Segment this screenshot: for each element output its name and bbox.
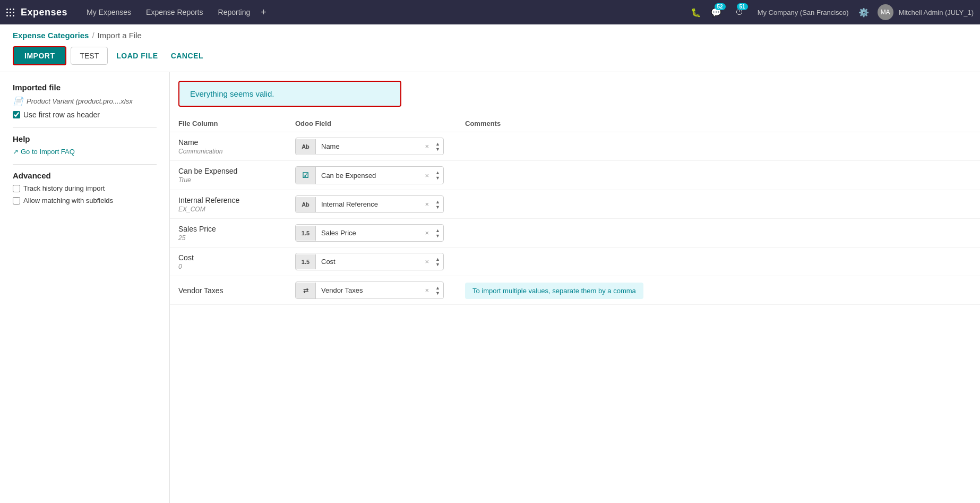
- field-arrows[interactable]: ▲ ▼: [432, 227, 443, 240]
- field-type-icon: 1.5: [296, 226, 316, 241]
- company-name: My Company (San Francisco): [758, 8, 849, 16]
- file-column-cell: Can be Expensed True: [170, 161, 287, 190]
- table-row: Can be Expensed True ☑ Can be Expensed ×…: [170, 161, 980, 190]
- table-row: Vendor Taxes ⇄ Vendor Taxes × ▲ ▼ To imp…: [170, 276, 980, 305]
- apps-grid-icon[interactable]: [6, 8, 14, 16]
- nav-reporting[interactable]: Reporting: [212, 8, 257, 16]
- load-file-button[interactable]: LOAD FILE: [112, 47, 162, 64]
- import-table: File Column Odoo Field Comments Name Com…: [170, 115, 980, 305]
- clear-field-icon[interactable]: ×: [422, 253, 432, 270]
- username: Mitchell Admin (JULY_1): [899, 8, 974, 16]
- field-type-icon: ⇄: [296, 283, 316, 299]
- field-type-icon: ☑: [296, 167, 316, 184]
- arrow-down-icon[interactable]: ▼: [435, 147, 440, 152]
- nav-plus[interactable]: +: [261, 7, 267, 18]
- use-first-row-checkbox[interactable]: [13, 111, 20, 118]
- activity-icon[interactable]: ⏱ 51: [735, 7, 744, 17]
- field-selector[interactable]: Ab Name × ▲ ▼: [295, 138, 444, 155]
- comment-hint: To import multiple values, separate them…: [465, 283, 643, 299]
- track-history-label: Track history during import: [23, 184, 105, 192]
- file-column-cell: Cost 0: [170, 248, 287, 276]
- file-col-name: Can be Expensed: [178, 167, 278, 175]
- arrow-down-icon[interactable]: ▼: [435, 262, 440, 267]
- chat-badge: 52: [715, 3, 726, 10]
- file-col-name: Name: [178, 138, 278, 147]
- odoo-field-cell: 1.5 Sales Price × ▲ ▼: [287, 219, 457, 248]
- field-arrows[interactable]: ▲ ▼: [432, 284, 443, 297]
- activity-badge: 51: [737, 3, 748, 10]
- arrow-down-icon[interactable]: ▼: [435, 204, 440, 210]
- file-col-name: Internal Reference: [178, 196, 278, 204]
- settings-icon[interactable]: ⚙️: [858, 7, 869, 18]
- action-bar: IMPORT TEST LOAD FILE CANCEL: [0, 44, 980, 72]
- file-column-cell: Internal Reference EX_COM: [170, 190, 287, 219]
- chat-icon[interactable]: 💬 52: [711, 7, 721, 18]
- sidebar-divider-1: [13, 127, 157, 128]
- track-history-row: Track history during import: [13, 184, 157, 192]
- clear-field-icon[interactable]: ×: [422, 196, 432, 212]
- track-history-checkbox[interactable]: [13, 185, 20, 192]
- field-name: Can be Expensed: [316, 167, 422, 184]
- file-col-sub: Communication: [178, 148, 278, 155]
- field-arrows[interactable]: ▲ ▼: [432, 255, 443, 268]
- field-arrows[interactable]: ▲ ▼: [432, 198, 443, 211]
- breadcrumb: Expense Categories / Import a File: [0, 24, 980, 44]
- comments-cell: [457, 248, 980, 276]
- content-area: Everything seems valid. File Column Odoo…: [170, 72, 980, 503]
- field-arrows[interactable]: ▲ ▼: [432, 169, 443, 182]
- field-type-icon: 1.5: [296, 254, 316, 269]
- valid-banner: Everything seems valid.: [178, 81, 401, 107]
- col-header-file: File Column: [170, 115, 287, 132]
- file-icon: 📄: [13, 96, 23, 106]
- faq-link[interactable]: ↗ Go to Import FAQ: [13, 148, 157, 156]
- clear-field-icon[interactable]: ×: [422, 138, 432, 155]
- field-selector[interactable]: 1.5 Sales Price × ▲ ▼: [295, 224, 444, 242]
- arrow-up-icon[interactable]: ▲: [435, 285, 440, 291]
- clear-field-icon[interactable]: ×: [422, 167, 432, 184]
- arrow-up-icon[interactable]: ▲: [435, 170, 440, 175]
- clear-field-icon[interactable]: ×: [422, 282, 432, 299]
- field-selector[interactable]: ⇄ Vendor Taxes × ▲ ▼: [295, 282, 444, 299]
- field-selector[interactable]: 1.5 Cost × ▲ ▼: [295, 253, 444, 270]
- allow-matching-checkbox[interactable]: [13, 197, 20, 204]
- allow-matching-label: Allow matching with subfields: [23, 197, 113, 204]
- debug-icon[interactable]: 🐛: [691, 7, 701, 18]
- field-name: Internal Reference: [316, 196, 422, 212]
- file-column-cell: Name Communication: [170, 132, 287, 161]
- comments-cell: [457, 161, 980, 190]
- nav-my-expenses[interactable]: My Expenses: [80, 8, 137, 16]
- file-col-name: Sales Price: [178, 225, 278, 233]
- filename: Product Variant (product.pro....xlsx: [27, 97, 133, 105]
- arrow-up-icon[interactable]: ▲: [435, 257, 440, 262]
- comments-cell: [457, 132, 980, 161]
- field-name: Sales Price: [316, 225, 422, 241]
- breadcrumb-separator: /: [92, 31, 94, 40]
- test-button[interactable]: TEST: [71, 47, 108, 65]
- breadcrumb-current: Import a File: [98, 31, 142, 40]
- nav-expense-reports[interactable]: Expense Reports: [140, 8, 209, 16]
- field-name: Name: [316, 138, 422, 155]
- arrow-down-icon[interactable]: ▼: [435, 175, 440, 181]
- user-avatar[interactable]: MA: [878, 4, 893, 20]
- arrow-up-icon[interactable]: ▲: [435, 199, 440, 204]
- arrow-down-icon[interactable]: ▼: [435, 233, 440, 238]
- odoo-field-cell: 1.5 Cost × ▲ ▼: [287, 248, 457, 276]
- top-navigation: Expenses My Expenses Expense Reports Rep…: [0, 0, 980, 24]
- cancel-button[interactable]: CANCEL: [167, 47, 208, 64]
- field-arrows[interactable]: ▲ ▼: [432, 140, 443, 153]
- import-button[interactable]: IMPORT: [13, 46, 66, 65]
- arrow-down-icon[interactable]: ▼: [435, 291, 440, 296]
- arrow-up-icon[interactable]: ▲: [435, 141, 440, 147]
- clear-field-icon[interactable]: ×: [422, 225, 432, 241]
- odoo-field-cell: ⇄ Vendor Taxes × ▲ ▼: [287, 276, 457, 305]
- field-selector[interactable]: ☑ Can be Expensed × ▲ ▼: [295, 166, 444, 184]
- odoo-field-cell: Ab Internal Reference × ▲ ▼: [287, 190, 457, 219]
- breadcrumb-parent[interactable]: Expense Categories: [13, 31, 89, 40]
- arrow-up-icon[interactable]: ▲: [435, 228, 440, 233]
- field-name: Cost: [316, 253, 422, 270]
- comments-cell: [457, 190, 980, 219]
- col-header-comments: Comments: [457, 115, 980, 132]
- use-first-row-row: Use first row as header: [13, 110, 157, 119]
- use-first-row-label: Use first row as header: [23, 110, 100, 119]
- field-selector[interactable]: Ab Internal Reference × ▲ ▼: [295, 195, 444, 213]
